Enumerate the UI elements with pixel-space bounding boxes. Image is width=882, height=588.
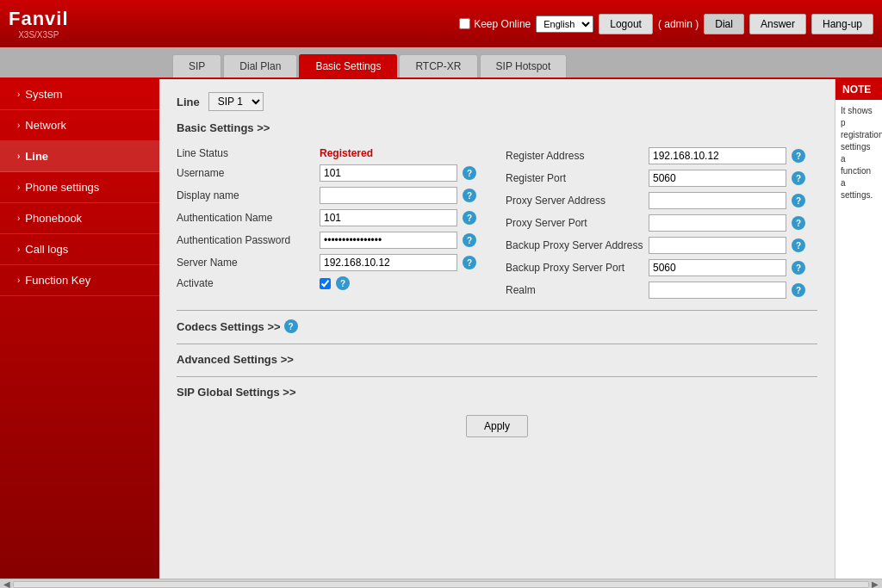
answer-button[interactable]: Answer	[749, 14, 806, 34]
note-header: NOTE	[835, 79, 882, 100]
auth-name-input[interactable]	[320, 209, 457, 226]
arrow-icon: ›	[17, 152, 20, 161]
codecs-settings-header[interactable]: Codecs Settings >> ?	[177, 319, 817, 337]
auth-name-label: Authentication Name	[177, 212, 314, 224]
sidebar-item-phone-settings[interactable]: › Phone settings	[0, 172, 159, 203]
scroll-left-arrow[interactable]: ◀	[3, 579, 10, 588]
keep-online-area: Keep Online	[459, 18, 531, 30]
keep-online-checkbox[interactable]	[459, 18, 470, 29]
display-name-help-icon[interactable]: ?	[463, 189, 476, 202]
scroll-track[interactable]	[13, 581, 869, 588]
register-address-row: Register Address ?	[506, 145, 817, 167]
basic-settings-header[interactable]: Basic Settings >>	[177, 121, 817, 138]
auth-password-row: Authentication Password ?	[177, 229, 488, 251]
backup-proxy-input[interactable]	[649, 237, 786, 254]
line-select[interactable]: SIP 1	[208, 92, 264, 111]
register-address-label: Register Address	[506, 150, 643, 162]
arrow-icon: ›	[17, 183, 20, 192]
tab-rtcp-xr[interactable]: RTCP-XR	[399, 54, 477, 77]
auth-name-help-icon[interactable]: ?	[463, 211, 476, 225]
proxy-port-help-icon[interactable]: ?	[792, 216, 805, 230]
auth-password-help-icon[interactable]: ?	[463, 233, 476, 247]
display-name-label: Display name	[177, 189, 314, 201]
advanced-settings-header[interactable]: Advanced Settings >>	[177, 353, 817, 369]
sidebar-label-call-logs: Call logs	[25, 243, 68, 256]
register-port-label: Register Port	[506, 172, 643, 184]
logout-button[interactable]: Logout	[599, 14, 653, 34]
note-content: It shows p registration settings a funct…	[835, 100, 882, 207]
sidebar-item-line[interactable]: › Line	[0, 141, 159, 172]
sidebar-item-phonebook[interactable]: › Phonebook	[0, 203, 159, 234]
arrow-icon: ›	[17, 214, 20, 223]
admin-label: ( admin )	[658, 18, 699, 30]
model-label: X3S/X3SP	[18, 30, 59, 40]
activate-help-icon[interactable]: ?	[336, 276, 350, 290]
apply-area: Apply	[177, 415, 817, 437]
backup-proxy-label: Backup Proxy Server Address	[506, 239, 643, 251]
backup-proxy-port-help-icon[interactable]: ?	[792, 261, 805, 275]
logo-area: Fanvil X3S/X3SP	[9, 8, 69, 40]
nav-tabs: SIP Dial Plan Basic Settings RTCP-XR SIP…	[0, 47, 882, 79]
sip-global-header[interactable]: SIP Global Settings >>	[177, 386, 817, 402]
sidebar: › System › Network › Line › Phone settin…	[0, 79, 159, 579]
sidebar-item-system[interactable]: › System	[0, 79, 159, 110]
server-name-help-icon[interactable]: ?	[463, 256, 476, 269]
realm-input[interactable]	[649, 282, 786, 299]
proxy-server-label: Proxy Server Address	[506, 195, 643, 207]
language-select[interactable]: English	[536, 15, 593, 33]
apply-button[interactable]: Apply	[466, 415, 528, 437]
server-name-row: Server Name ?	[177, 251, 488, 274]
activate-row: Activate ?	[177, 274, 488, 293]
sidebar-item-call-logs[interactable]: › Call logs	[0, 234, 159, 265]
username-row: Username ?	[177, 162, 488, 184]
proxy-port-input[interactable]	[649, 214, 786, 232]
sidebar-label-function-key: Function Key	[25, 274, 90, 287]
backup-proxy-port-label: Backup Proxy Server Port	[506, 262, 643, 274]
arrow-icon: ›	[17, 275, 20, 285]
auth-password-input[interactable]	[320, 232, 457, 249]
left-column: Line Status Registered Username ? Displa…	[177, 145, 488, 301]
server-name-label: Server Name	[177, 257, 314, 269]
header: Fanvil X3S/X3SP Keep Online English Logo…	[0, 0, 882, 47]
register-address-help-icon[interactable]: ?	[792, 149, 805, 163]
tab-sip[interactable]: SIP	[172, 54, 221, 77]
codecs-label: Codecs Settings >>	[177, 320, 281, 333]
register-port-input[interactable]	[649, 170, 786, 187]
sidebar-label-system: System	[25, 88, 62, 101]
sidebar-item-function-key[interactable]: › Function Key	[0, 265, 159, 296]
tab-basic-settings[interactable]: Basic Settings	[299, 54, 397, 77]
line-status-value: Registered	[320, 147, 373, 159]
header-right: Keep Online English Logout ( admin ) Dia…	[459, 14, 873, 34]
main-layout: › System › Network › Line › Phone settin…	[0, 79, 882, 579]
dial-button[interactable]: Dial	[704, 14, 744, 34]
horizontal-scrollbar[interactable]: ◀ ▶	[0, 579, 882, 588]
line-status-row: Line Status Registered	[177, 145, 488, 162]
register-port-row: Register Port ?	[506, 167, 817, 189]
auth-password-label: Authentication Password	[177, 234, 314, 246]
tab-sip-hotspot[interactable]: SIP Hotspot	[480, 54, 568, 77]
proxy-port-row: Proxy Server Port ?	[506, 212, 817, 234]
sidebar-item-network[interactable]: › Network	[0, 110, 159, 141]
activate-checkbox[interactable]	[320, 278, 331, 289]
activate-label: Activate	[177, 277, 314, 289]
line-status-label: Line Status	[177, 147, 314, 159]
realm-label: Realm	[506, 284, 643, 296]
proxy-port-label: Proxy Server Port	[506, 217, 643, 229]
tab-dial-plan[interactable]: Dial Plan	[223, 54, 297, 77]
codecs-help-icon[interactable]: ?	[284, 319, 298, 333]
username-help-icon[interactable]: ?	[463, 166, 476, 180]
scroll-right-arrow[interactable]: ▶	[872, 579, 879, 588]
realm-help-icon[interactable]: ?	[792, 283, 805, 297]
display-name-input[interactable]	[320, 187, 457, 204]
register-port-help-icon[interactable]: ?	[792, 171, 805, 185]
proxy-server-input[interactable]	[649, 192, 786, 209]
username-input[interactable]	[320, 164, 457, 182]
server-name-input[interactable]	[320, 254, 457, 271]
register-address-input[interactable]	[649, 147, 786, 164]
hangup-button[interactable]: Hang-up	[811, 14, 873, 34]
sidebar-label-network: Network	[25, 119, 66, 132]
backup-proxy-port-input[interactable]	[649, 259, 786, 276]
display-name-row: Display name ?	[177, 184, 488, 207]
backup-proxy-help-icon[interactable]: ?	[792, 238, 805, 252]
proxy-server-help-icon[interactable]: ?	[792, 194, 805, 207]
